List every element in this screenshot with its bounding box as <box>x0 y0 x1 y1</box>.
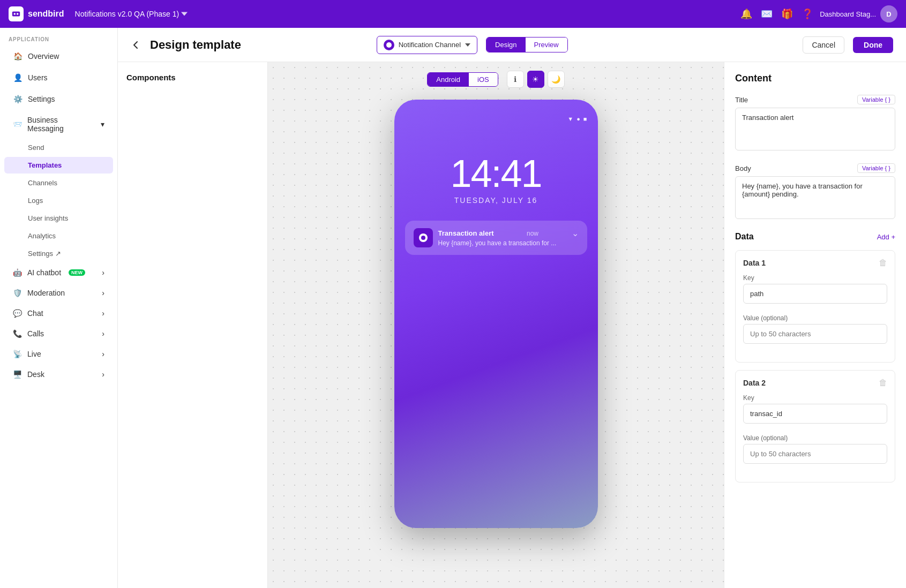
data-card-2-header: Data 2 🗑 <box>743 378 887 388</box>
new-badge: NEW <box>69 269 85 276</box>
sidebar-sub-user-insights[interactable]: User insights <box>4 210 113 227</box>
content-area: Design template Notification Channel Des… <box>118 28 906 588</box>
channel-name: Notification Channel <box>399 41 461 49</box>
data-section-title: Data <box>735 232 754 242</box>
help-icon[interactable]: ❓ <box>802 8 813 20</box>
body-input[interactable] <box>735 176 895 219</box>
logo[interactable]: sendbird <box>9 6 64 21</box>
sidebar: APPLICATION 🏠 Overview 👤 Users ⚙️ Settin… <box>0 28 118 588</box>
sidebar-group-live[interactable]: 📡 Live › <box>4 344 113 364</box>
title-variable-button[interactable]: Variable { } <box>857 95 895 104</box>
sidebar-group-chat[interactable]: 💬 Chat › <box>4 304 113 323</box>
sidebar-section-label: APPLICATION <box>0 28 117 46</box>
data-card-1-key-label: Key <box>743 274 887 282</box>
tab-preview[interactable]: Preview <box>526 37 567 52</box>
live-icon: 📡 <box>13 350 22 358</box>
title-input[interactable] <box>735 108 895 150</box>
components-panel: Components <box>118 62 268 588</box>
tab-ios[interactable]: iOS <box>469 73 498 86</box>
data-card-1-value-label: Value (optional) <box>743 314 887 322</box>
page-header: Design template Notification Channel Des… <box>118 28 906 62</box>
sidebar-sub-templates[interactable]: Templates <box>4 157 113 174</box>
data-card-2-value-label: Value (optional) <box>743 434 887 442</box>
data-card-1-delete-button[interactable]: 🗑 <box>879 258 887 268</box>
moderation-icon: 🛡️ <box>13 289 22 297</box>
brand-name: sendbird <box>28 9 64 19</box>
sidebar-group-desk[interactable]: 🖥️ Desk › <box>4 365 113 384</box>
sidebar-sub-send[interactable]: Send <box>4 139 113 156</box>
sidebar-group-moderation-label: Moderation <box>27 289 65 297</box>
svg-point-1 <box>14 13 16 15</box>
light-theme-icon[interactable]: ☀ <box>527 71 544 88</box>
data-card-2-value-input[interactable] <box>743 444 887 464</box>
project-name: Notifications v2.0 QA (Phase 1) <box>75 10 179 18</box>
right-panel: Content Title Variable { } Body Variable… <box>724 62 906 588</box>
notif-body: Hey {name}, you have a transaction for .… <box>438 239 579 247</box>
data-card-2-key-group: Key <box>743 394 887 424</box>
body-variable-button[interactable]: Variable { } <box>857 163 895 173</box>
sidebar-group-calls-label: Calls <box>27 329 44 338</box>
platform-tabs: Android iOS ℹ ☀ 🌙 <box>427 71 564 88</box>
channel-icon <box>384 40 394 50</box>
notif-time: now <box>527 230 538 237</box>
data-card-2-delete-button[interactable]: 🗑 <box>879 378 887 388</box>
add-data-button[interactable]: Add + <box>877 233 895 241</box>
chevron-right-icon: › <box>102 268 104 277</box>
mail-icon[interactable]: ✉️ <box>761 8 773 20</box>
info-icon[interactable]: ℹ <box>507 71 524 88</box>
data-card-1-header: Data 1 🗑 <box>743 258 887 268</box>
cancel-button[interactable]: Cancel <box>803 36 844 54</box>
sidebar-sub-bm-settings[interactable]: Settings ↗ <box>4 245 113 262</box>
data-card-1-title: Data 1 <box>743 259 766 267</box>
chevron-down-icon: ▾ <box>101 120 104 129</box>
back-button[interactable] <box>131 40 141 50</box>
data-card-1-key-input[interactable] <box>743 284 887 304</box>
sidebar-item-settings[interactable]: ⚙️ Settings <box>4 89 113 109</box>
project-selector[interactable]: Notifications v2.0 QA (Phase 1) <box>75 10 188 18</box>
user-menu[interactable]: Dashboard Stag... D <box>820 5 897 22</box>
gear-icon: ⚙️ <box>13 94 23 104</box>
data-card-2-title: Data 2 <box>743 379 766 387</box>
body-field-label: Body Variable { } <box>735 163 895 173</box>
phone-date: TUESDAY, JULY 16 <box>454 196 537 205</box>
platform-tab-group: Android iOS <box>427 72 498 87</box>
sidebar-group-moderation[interactable]: 🛡️ Moderation › <box>4 283 113 303</box>
bell-icon[interactable]: 🔔 <box>740 8 752 20</box>
data-card-1-value-input[interactable] <box>743 324 887 344</box>
channel-selector[interactable]: Notification Channel <box>377 36 477 54</box>
title-field-group: Title Variable { } <box>735 95 895 153</box>
gift-icon[interactable]: 🎁 <box>781 8 793 20</box>
sidebar-group-calls[interactable]: 📞 Calls › <box>4 324 113 343</box>
tab-android[interactable]: Android <box>428 73 469 86</box>
messaging-icon: 📨 <box>13 120 22 129</box>
design-preview-tabs: Design Preview <box>486 37 568 52</box>
chat-icon: 💬 <box>13 309 22 318</box>
preview-area: Android iOS ℹ ☀ 🌙 ▼●■ 14:41 TUESDAY, JUL… <box>268 62 724 588</box>
tab-design[interactable]: Design <box>486 37 525 52</box>
notification-card: Transaction alert now ⌄ Hey {name}, you … <box>405 221 587 255</box>
data-card-2-key-input[interactable] <box>743 404 887 424</box>
sidebar-sub-analytics[interactable]: Analytics <box>4 228 113 244</box>
data-card-2: Data 2 🗑 Key Value (optional) <box>735 370 895 483</box>
phone-mockup: ▼●■ 14:41 TUESDAY, JULY 16 Transaction a… <box>394 100 598 528</box>
sidebar-sub-channels[interactable]: Channels <box>4 175 113 191</box>
data-card-2-value-group: Value (optional) <box>743 434 887 464</box>
sidebar-item-users[interactable]: 👤 Users <box>4 67 113 88</box>
sidebar-group-business-messaging-label: Business Messaging <box>27 116 95 133</box>
topnav-icons: 🔔 ✉️ 🎁 ❓ <box>740 8 813 20</box>
expand-icon[interactable]: ⌄ <box>572 228 579 238</box>
sidebar-group-business-messaging[interactable]: 📨 Business Messaging ▾ <box>4 110 113 138</box>
page-title: Design template <box>150 38 368 52</box>
notif-content: Transaction alert now ⌄ Hey {name}, you … <box>438 228 579 247</box>
sidebar-sub-logs[interactable]: Logs <box>4 192 113 209</box>
notif-title: Transaction alert <box>438 229 494 237</box>
sidebar-item-users-label: Users <box>28 73 48 82</box>
svg-point-4 <box>421 236 425 240</box>
sidebar-item-overview[interactable]: 🏠 Overview <box>4 46 113 66</box>
content-panel-title: Content <box>735 73 895 84</box>
dark-theme-icon[interactable]: 🌙 <box>548 71 565 88</box>
phone-status-bar: ▼●■ <box>567 116 587 122</box>
sidebar-group-ai-chatbot[interactable]: 🤖 AI chatbot NEW › <box>4 263 113 282</box>
done-button[interactable]: Done <box>853 37 893 53</box>
sidebar-item-settings-label: Settings <box>28 95 55 103</box>
